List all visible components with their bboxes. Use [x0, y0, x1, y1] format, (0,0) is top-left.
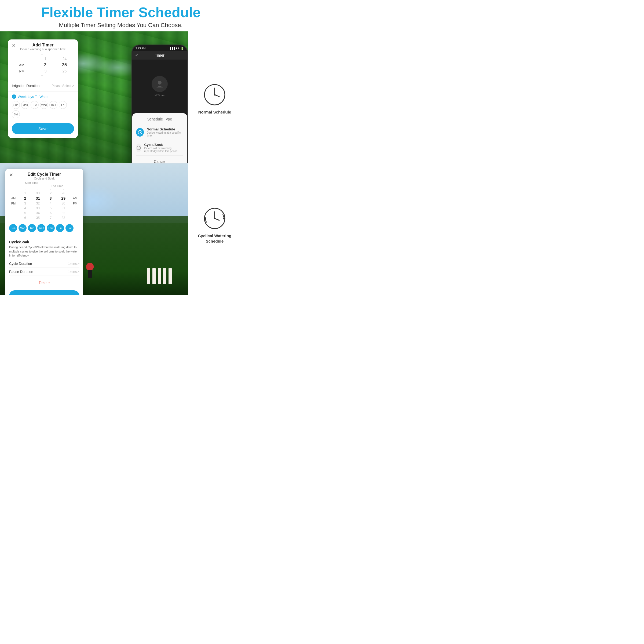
- cycle-soak-desc: During period,Cycle&Soak breaks watering…: [9, 245, 79, 258]
- cycle-schedule-label: Cyclical WateringSchedule: [198, 233, 231, 244]
- bottom-scene: ✕ Edit Cycle Timer Cycle and Soak Start …: [0, 163, 188, 295]
- cycle-soak-text: Cycle/Soak Device will be watering repea…: [144, 143, 183, 153]
- cycle-duration-row[interactable]: Cycle Duration 1mins >: [9, 260, 79, 268]
- pause-duration-row[interactable]: Pause Duration 1mins >: [9, 268, 79, 276]
- sprinkler: [85, 263, 95, 279]
- card-subtitle: Device watering at a specified time: [20, 47, 66, 51]
- cycle-card-title: Edit Cycle Timer: [27, 172, 61, 177]
- back-icon[interactable]: <: [136, 53, 138, 57]
- images-column: ✕ Add Timer Device watering at a specifi…: [0, 31, 188, 295]
- delete-button[interactable]: Delete: [5, 278, 83, 288]
- main-title: Flexible Timer Schedule: [5, 5, 236, 20]
- header: Flexible Timer Schedule Multiple Timer S…: [0, 0, 241, 31]
- edit-cycle-timer-card: ✕ Edit Cycle Timer Cycle and Soak Start …: [5, 169, 83, 295]
- dots-top: ···: [11, 53, 75, 56]
- day-thur[interactable]: Thur: [49, 101, 57, 109]
- svg-point-0: [158, 81, 162, 85]
- cycle-soak-section: Cycle/Soak During period,Cycle&Soak brea…: [5, 238, 83, 278]
- normal-schedule-icon: [136, 128, 144, 137]
- day-sun[interactable]: Sun: [12, 101, 20, 109]
- phone-nav-bar: < Timer: [132, 51, 187, 60]
- irrigation-row[interactable]: Irrigation Duration Please Select >: [8, 82, 78, 90]
- cycle-card-subtitle: Cycle and Soak: [27, 177, 61, 180]
- irrigation-value: Please Select >: [52, 84, 74, 88]
- cycle-duration-value: 1mins >: [68, 262, 79, 266]
- time-picker: ··· 1 24 AM 2 25 PM 3 26: [8, 52, 78, 78]
- nav-title: Timer: [136, 53, 183, 57]
- day-sat[interactable]: Sat: [12, 110, 20, 118]
- cycle-day-fri[interactable]: Fri: [56, 224, 64, 232]
- normal-clock-icon: [203, 83, 227, 107]
- svg-line-3: [140, 132, 141, 133]
- normal-schedule-item: Normal Schedule: [198, 83, 231, 115]
- close-icon-bottom[interactable]: ✕: [9, 172, 13, 178]
- cancel-button[interactable]: Cancel: [136, 157, 183, 163]
- day-fri[interactable]: Fri: [59, 101, 67, 109]
- fence: [147, 268, 172, 284]
- save-button[interactable]: Save: [12, 123, 74, 134]
- svg-point-4: [137, 146, 141, 150]
- day-buttons: Sun Mon Tue Wed Thur Fri Sat: [12, 101, 74, 118]
- svg-point-9: [214, 94, 215, 96]
- cycle-soak-icon: [136, 144, 141, 152]
- time-row-2: AM 2 25: [11, 62, 75, 68]
- right-column: Normal Schedule Cyclical WateringSchedul…: [188, 31, 241, 295]
- main-subtitle: Multiple Timer Setting Modes You Can Cho…: [5, 22, 236, 29]
- normal-schedule-text: Normal Schedule Device watering at a spe…: [147, 127, 183, 137]
- day-tue[interactable]: Tue: [31, 101, 39, 109]
- pause-duration-value: 1mins >: [68, 270, 79, 274]
- cycle-clock-icon: [203, 206, 227, 230]
- phone-dark-area: HiTimer: [132, 60, 187, 113]
- time-row-3: PM 3 26: [11, 68, 75, 74]
- cycle-day-wed[interactable]: Wed: [37, 224, 45, 232]
- svg-point-13: [214, 218, 215, 219]
- timer-label: HiTimer: [152, 94, 168, 97]
- schedule-option-cycle[interactable]: Cycle/Soak Device will be watering repea…: [136, 140, 183, 156]
- phone-status-bar: 2:23 PM ▐▐▐ ⬆⬇ 🔋: [132, 45, 187, 51]
- divider-1: [8, 80, 78, 80]
- dots-bottom: ···: [11, 74, 75, 77]
- cycle-day-tue[interactable]: Tue: [28, 224, 36, 232]
- add-timer-card: ✕ Add Timer Device watering at a specifi…: [8, 39, 78, 138]
- cycle-day-sun[interactable]: Sun: [9, 224, 17, 232]
- close-icon[interactable]: ✕: [12, 43, 16, 49]
- normal-schedule-label: Normal Schedule: [198, 109, 231, 115]
- cycle-schedule-item: Cyclical WateringSchedule: [198, 206, 231, 244]
- cycle-day-sat[interactable]: Sat: [65, 224, 74, 232]
- day-wed[interactable]: Wed: [40, 101, 48, 109]
- top-scene: ✕ Add Timer Device watering at a specifi…: [0, 31, 188, 163]
- main-grid: ✕ Add Timer Device watering at a specifi…: [0, 31, 241, 295]
- weekdays-section: ✓ Weekdays To Water Sun Mon Tue Wed Thur…: [8, 93, 78, 120]
- time-row-1: 1 24: [11, 56, 75, 62]
- cycle-duration-label: Cycle Duration: [9, 262, 32, 266]
- cycle-time-picker: Start Time End Time ···· 130228 AM2313: [5, 181, 83, 223]
- cycle-day-mon[interactable]: Mon: [19, 224, 27, 232]
- day-mon[interactable]: Mon: [21, 101, 29, 109]
- phone-bottom-sheet: Schedule Type Normal Schedule: [132, 113, 187, 163]
- phone-avatar: [152, 76, 168, 92]
- check-icon: ✓: [12, 94, 16, 99]
- schedule-option-normal[interactable]: Normal Schedule Device watering at a spe…: [136, 125, 183, 140]
- irrigation-label: Irrigation Duration: [12, 84, 39, 88]
- phone-mockup: 2:23 PM ▐▐▐ ⬆⬇ 🔋 < Timer: [131, 45, 188, 163]
- weekdays-label: ✓ Weekdays To Water: [12, 94, 74, 99]
- cycle-soak-title: Cycle/Soak: [9, 240, 79, 244]
- sheet-title: Schedule Type: [136, 117, 183, 121]
- cycle-day-thur[interactable]: Thur: [47, 224, 55, 232]
- card-title: Add Timer: [20, 43, 66, 47]
- cycle-save-button[interactable]: Save: [9, 290, 79, 295]
- cycle-day-buttons: Sun Mon Tue Wed Thur Fri Sat: [5, 223, 83, 234]
- pause-duration-label: Pause Duration: [9, 270, 33, 274]
